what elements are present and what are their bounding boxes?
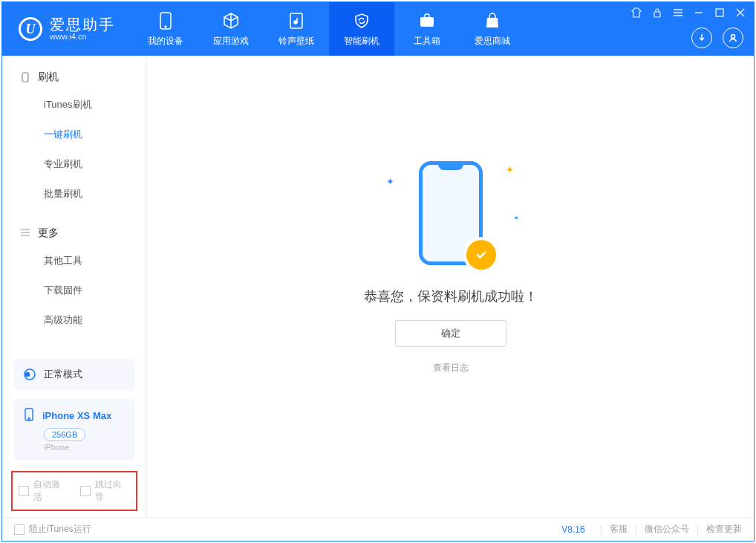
brand-title: 爱思助手 <box>50 17 115 32</box>
mode-label: 正常模式 <box>44 368 82 381</box>
ok-button[interactable]: 确定 <box>395 320 506 347</box>
checkbox-auto-activate[interactable]: 自动激活 <box>19 478 68 504</box>
shirt-icon[interactable] <box>630 7 642 19</box>
sidebar-item-other-tools[interactable]: 其他工具 <box>2 246 146 276</box>
lock-icon[interactable] <box>651 7 663 19</box>
options-row: 自动激活 跳过向导 <box>11 471 137 511</box>
main-content: ✦ ✦ • 恭喜您，保资料刷机成功啦！ 确定 查看日志 <box>147 56 754 517</box>
list-icon <box>20 228 30 238</box>
close-icon[interactable] <box>734 7 746 19</box>
briefcase-icon <box>417 11 437 30</box>
tab-store[interactable]: 爱思商城 <box>460 2 525 56</box>
svg-point-7 <box>731 35 735 39</box>
sidebar-section-more: 更多 其他工具 下载固件 高级功能 <box>2 212 146 338</box>
tab-toolbox[interactable]: 工具箱 <box>394 2 460 56</box>
svg-rect-8 <box>22 73 28 82</box>
window-controls <box>630 7 746 19</box>
checkbox-icon <box>80 486 91 496</box>
bag-icon <box>483 11 502 30</box>
svg-rect-5 <box>654 12 660 17</box>
view-log-link[interactable]: 查看日志 <box>433 362 469 374</box>
device-name: iPhone XS Max <box>42 410 111 421</box>
sidebar-section-flash: 刷机 iTunes刷机 一键刷机 专业刷机 批量刷机 <box>2 56 146 212</box>
download-icon[interactable] <box>691 27 712 48</box>
section-title: 刷机 <box>38 71 59 84</box>
sidebar-item-download-firmware[interactable]: 下载固件 <box>2 276 146 305</box>
section-title: 更多 <box>38 227 59 240</box>
maximize-icon[interactable] <box>714 7 726 19</box>
svg-point-10 <box>26 373 30 377</box>
device-icon <box>20 72 30 82</box>
title-bar: U 爱思助手 www.i4.cn 我的设备 应用游戏 <box>2 2 754 56</box>
mode-icon <box>23 368 36 381</box>
svg-point-3 <box>294 21 297 24</box>
success-illustration: ✦ ✦ • <box>373 154 529 273</box>
top-tabs: 我的设备 应用游戏 铃声壁纸 智能刷机 <box>133 2 525 56</box>
svg-point-12 <box>28 418 30 420</box>
checkbox-icon <box>19 486 29 496</box>
user-icon[interactable] <box>723 27 743 48</box>
sidebar: 刷机 iTunes刷机 一键刷机 专业刷机 批量刷机 更多 其他工具 下载固件 … <box>2 56 147 517</box>
status-link-update[interactable]: 检查更新 <box>706 523 742 536</box>
menu-icon[interactable] <box>672 7 684 19</box>
brand-subtitle: www.i4.cn <box>50 32 115 41</box>
sparkle-icon: • <box>515 212 518 224</box>
status-bar: 阻止iTunes运行 V8.16 | 客服 | 微信公众号 | 检查更新 <box>2 517 754 541</box>
version-label: V8.16 <box>561 524 584 535</box>
device-capacity-badge: 256GB <box>44 428 85 441</box>
checkmark-badge-icon <box>466 240 496 270</box>
tab-apps-games[interactable]: 应用游戏 <box>198 2 264 56</box>
tab-smart-flash[interactable]: 智能刷机 <box>329 2 394 56</box>
refresh-shield-icon <box>352 11 371 30</box>
tab-my-device[interactable]: 我的设备 <box>133 2 198 56</box>
mode-panel[interactable]: 正常模式 <box>14 359 134 390</box>
status-link-wechat[interactable]: 微信公众号 <box>645 523 689 536</box>
checkbox-icon <box>14 524 25 535</box>
minimize-icon[interactable] <box>693 7 705 19</box>
brand: U 爱思助手 www.i4.cn <box>2 2 133 56</box>
phone-icon <box>156 11 175 30</box>
svg-rect-4 <box>420 17 434 27</box>
device-icon <box>23 408 35 423</box>
app-window: U 爱思助手 www.i4.cn 我的设备 应用游戏 <box>1 1 755 542</box>
sparkle-icon: ✦ <box>506 164 514 175</box>
brand-logo-icon: U <box>19 17 42 41</box>
device-panel[interactable]: iPhone XS Max 256GB iPhone <box>14 399 134 461</box>
sparkle-icon: ✦ <box>386 176 394 187</box>
sidebar-item-advanced[interactable]: 高级功能 <box>2 305 146 335</box>
checkbox-skip-guide[interactable]: 跳过向导 <box>80 478 130 504</box>
sidebar-item-batch-flash[interactable]: 批量刷机 <box>2 179 146 209</box>
body: 刷机 iTunes刷机 一键刷机 专业刷机 批量刷机 更多 其他工具 下载固件 … <box>2 56 754 517</box>
sidebar-item-itunes-flash[interactable]: iTunes刷机 <box>2 90 146 120</box>
success-message: 恭喜您，保资料刷机成功啦！ <box>364 287 538 305</box>
header-right-icons <box>691 27 743 48</box>
status-link-support[interactable]: 客服 <box>610 523 628 536</box>
music-file-icon <box>287 11 306 30</box>
svg-point-1 <box>165 26 166 27</box>
tab-ringtones[interactable]: 铃声壁纸 <box>264 2 329 56</box>
svg-rect-6 <box>716 9 723 16</box>
checkbox-block-itunes[interactable]: 阻止iTunes运行 <box>14 523 91 536</box>
device-type: iPhone <box>44 443 126 452</box>
cube-icon <box>221 11 241 30</box>
sidebar-item-pro-flash[interactable]: 专业刷机 <box>2 149 146 179</box>
sidebar-item-onekey-flash[interactable]: 一键刷机 <box>2 120 146 149</box>
